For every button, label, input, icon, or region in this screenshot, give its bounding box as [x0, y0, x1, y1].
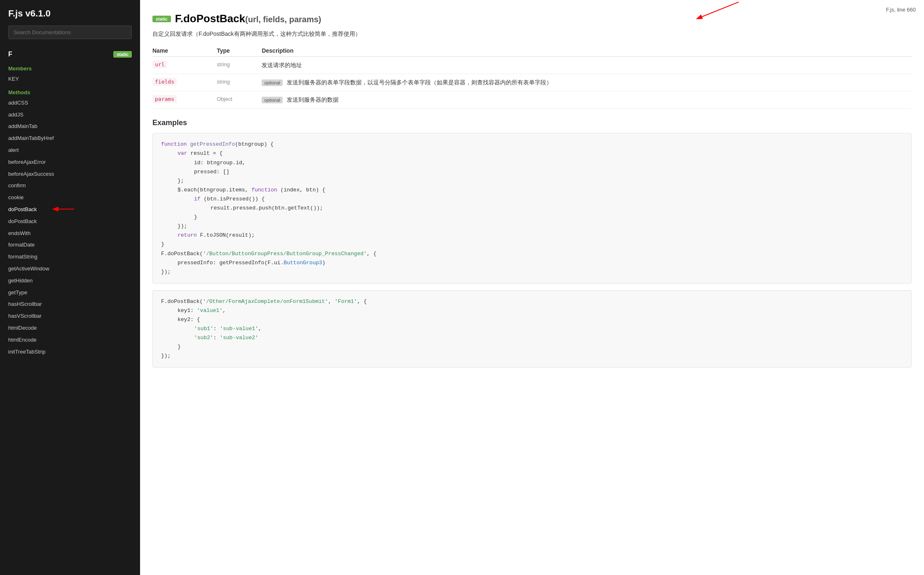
sidebar-item-addMainTabByHref[interactable]: addMainTabByHref: [0, 133, 140, 144]
code-line: id: btngroup.id,: [161, 158, 903, 168]
search-input[interactable]: [8, 26, 132, 39]
sidebar-item-confirm[interactable]: confirm: [0, 180, 140, 192]
sidebar-item-addMainTab[interactable]: addMainTab: [0, 121, 140, 133]
param-type-params: Object: [217, 96, 232, 102]
param-name-params: params: [152, 95, 177, 103]
sidebar-item-hasHScrollbar[interactable]: hasHScrollbar: [0, 298, 140, 310]
sidebar-item-beforeAjaxError[interactable]: beforeAjaxError: [0, 156, 140, 168]
code-line: pressedInfo: getPressedInfo(F.ui.ButtonG…: [161, 258, 903, 268]
red-arrow-annotation: [664, 0, 747, 25]
param-name-url: url: [152, 61, 167, 68]
code-line: $.each(btngroup.items, function (index, …: [161, 186, 903, 195]
code-line: result.pressed.push(btn.getText());: [161, 204, 903, 213]
sidebar-item-htmlEncode[interactable]: htmlEncode: [0, 334, 140, 346]
sidebar-item-KEY[interactable]: KEY: [0, 73, 140, 85]
code-line: pressed: []: [161, 168, 903, 177]
code-line: function getPressedInfo(btngroup) {: [161, 140, 903, 149]
sidebar-item-cookie[interactable]: cookie: [0, 192, 140, 204]
code-line: var result = {: [161, 149, 903, 158]
sidebar: F.js v6.1.0 F static Members KEY Methods…: [0, 0, 140, 575]
sidebar-item-initTreeTabStrip[interactable]: initTreeTabStrip: [0, 346, 140, 358]
func-static-badge: static: [152, 16, 171, 22]
sidebar-item-getType[interactable]: getType: [0, 287, 140, 299]
sidebar-item-formatString[interactable]: formatString: [0, 251, 140, 263]
static-badge: static: [113, 51, 132, 58]
sidebar-title: F.js v6.1.0: [0, 8, 140, 26]
params-table: Name Type Description url string 发送请求的地址…: [152, 45, 912, 109]
col-header-name: Name: [152, 45, 217, 57]
svg-line-1: [697, 2, 739, 19]
code-line: if (btn.isPressed()) {: [161, 195, 903, 204]
code-line: key2: {: [161, 315, 903, 324]
sidebar-item-alert[interactable]: alert: [0, 144, 140, 156]
func-name: F.doPostBack(url, fields, params): [175, 12, 321, 25]
sidebar-search-container: [8, 26, 132, 39]
code-line: return F.toJSON(result);: [161, 231, 903, 240]
sidebar-item-doPostBack-2[interactable]: doPostBack: [0, 216, 140, 228]
code-line: });: [161, 268, 903, 277]
code-block-2: F.doPostBack('/Other/FormAjaxComplete/on…: [152, 290, 912, 368]
table-row: params Object optional 发送到服务器的数据: [152, 91, 912, 109]
code-block-1: function getPressedInfo(btngroup) { var …: [152, 133, 912, 283]
code-line: }: [161, 240, 903, 249]
code-line: }: [161, 342, 903, 352]
sidebar-item-addCSS[interactable]: addCSS: [0, 97, 140, 109]
sidebar-item-hasVScrollbar[interactable]: hasVScrollbar: [0, 310, 140, 322]
main-content: F.js, line 660 static F.doPostBack(url, …: [140, 0, 924, 575]
code-line: };: [161, 177, 903, 186]
param-desc-params: 发送到服务器的数据: [287, 96, 339, 103]
func-description: 自定义回发请求（F.doPostBack有两种调用形式，这种方式比较简单，推荐使…: [152, 29, 912, 38]
function-signature: static F.doPostBack(url, fields, params): [152, 12, 912, 25]
sidebar-item-getActiveWindow[interactable]: getActiveWindow: [0, 263, 140, 275]
col-header-desc: Description: [262, 45, 912, 57]
code-line: key1: 'value1',: [161, 306, 903, 315]
code-line: });: [161, 222, 903, 231]
code-line: 'sub1': 'sub-value1',: [161, 324, 903, 333]
examples-title: Examples: [152, 119, 912, 127]
sidebar-item-getHidden[interactable]: getHidden: [0, 275, 140, 287]
sidebar-item-beforeAjaxSuccess[interactable]: beforeAjaxSuccess: [0, 168, 140, 180]
code-line: 'sub2': 'sub-value2': [161, 333, 903, 342]
optional-badge-params: optional: [262, 97, 283, 103]
table-row: url string 发送请求的地址: [152, 57, 912, 74]
code-line: F.doPostBack('/Other/FormAjaxComplete/on…: [161, 297, 903, 306]
sidebar-letter: F: [8, 51, 12, 58]
code-line: });: [161, 352, 903, 361]
func-params-text: (url, fields, params): [245, 15, 321, 24]
code-line: F.doPostBack('/Button/ButtonGroupPress/B…: [161, 249, 903, 258]
methods-label: Methods: [0, 85, 140, 97]
sidebar-item-endsWith[interactable]: endsWith: [0, 228, 140, 240]
code-line: }: [161, 213, 903, 222]
table-row: fields string optional 发送到服务器的表单字段数据，以逗号…: [152, 74, 912, 91]
members-label: Members: [0, 61, 140, 73]
col-header-type: Type: [217, 45, 262, 57]
param-desc-url: 发送请求的地址: [262, 62, 302, 68]
optional-badge-fields: optional: [262, 79, 283, 86]
file-location: F.js, line 660: [886, 7, 916, 13]
param-desc-fields: 发送到服务器的表单字段数据，以逗号分隔多个表单字段（如果是容器，则查找容器内的所…: [287, 79, 552, 86]
param-type-url: string: [217, 61, 230, 68]
func-name-text: F.doPostBack: [175, 12, 246, 25]
param-name-fields: fields: [152, 78, 177, 86]
sidebar-letter-row: F static: [0, 47, 140, 61]
param-type-fields: string: [217, 79, 230, 85]
sidebar-item-htmlDecode[interactable]: htmlDecode: [0, 322, 140, 334]
sidebar-item-addJS[interactable]: addJS: [0, 109, 140, 121]
sidebar-item-doPostBack-1[interactable]: doPostBack: [0, 204, 140, 216]
sidebar-item-formatDate[interactable]: formatDate: [0, 239, 140, 251]
